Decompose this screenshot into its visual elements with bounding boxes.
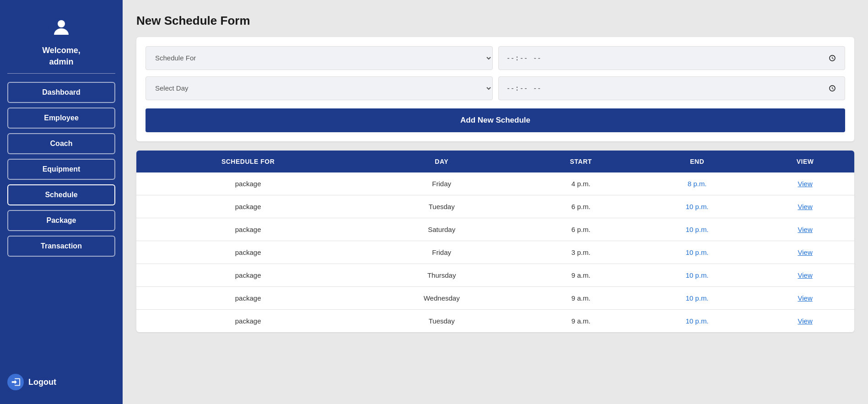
cell-day: Saturday [360,218,523,241]
table-row: packageFriday3 p.m.10 p.m.View [136,241,854,264]
main-content: New Schedule Form Schedule For Select Da… [123,0,868,404]
table-row: packageTuesday9 a.m.10 p.m.View [136,309,854,332]
cell-schedule-for: package [136,286,360,309]
cell-view[interactable]: View [756,309,854,332]
cell-view[interactable]: View [756,172,854,195]
sidebar: Welcome, admin Dashboard Employee Coach … [0,0,123,404]
cell-schedule-for: package [136,218,360,241]
logout-icon [7,374,24,390]
select-day-select[interactable]: Select Day [146,76,493,100]
cell-start: 4 p.m. [523,172,638,195]
sidebar-item-dashboard[interactable]: Dashboard [7,82,115,103]
form-row-1: Schedule For [146,46,845,70]
cell-start: 3 p.m. [523,241,638,264]
page-title: New Schedule Form [136,14,854,28]
cell-schedule-for: package [136,309,360,332]
col-start: START [523,151,638,172]
view-link[interactable]: View [798,248,812,256]
cell-end: 10 p.m. [638,241,756,264]
col-day: DAY [360,151,523,172]
form-row-2: Select Day [146,76,845,100]
cell-day: Tuesday [360,309,523,332]
cell-start: 6 p.m. [523,218,638,241]
cell-end: 10 p.m. [638,195,756,218]
col-end: END [638,151,756,172]
sidebar-item-transaction[interactable]: Transaction [7,236,115,257]
cell-view[interactable]: View [756,241,854,264]
cell-day: Friday [360,172,523,195]
cell-start: 9 a.m. [523,309,638,332]
table-row: packageFriday4 p.m.8 p.m.View [136,172,854,195]
cell-view[interactable]: View [756,286,854,309]
cell-view[interactable]: View [756,195,854,218]
cell-schedule-for: package [136,264,360,286]
schedule-table: SCHEDULE FOR DAY START END VIEW packageF… [136,151,854,332]
cell-start: 6 p.m. [523,195,638,218]
cell-end: 8 p.m. [638,172,756,195]
sidebar-item-employee[interactable]: Employee [7,108,115,129]
cell-end: 10 p.m. [638,264,756,286]
table-row: packageThursday9 a.m.10 p.m.View [136,264,854,286]
view-link[interactable]: View [798,180,812,188]
table-row: packageTuesday6 p.m.10 p.m.View [136,195,854,218]
view-link[interactable]: View [798,203,812,210]
cell-view[interactable]: View [756,218,854,241]
cell-schedule-for: package [136,172,360,195]
cell-start: 9 a.m. [523,264,638,286]
schedule-form-card: Schedule For Select Day Add New Schedule [136,37,854,141]
avatar [48,14,75,41]
add-schedule-button[interactable]: Add New Schedule [146,108,845,132]
sidebar-divider [7,73,115,74]
table-row: packageWednesday9 a.m.10 p.m.View [136,286,854,309]
sidebar-item-package[interactable]: Package [7,210,115,231]
start-time-input-1[interactable] [498,46,846,70]
view-link[interactable]: View [798,294,812,302]
welcome-text: Welcome, admin [42,45,81,68]
svg-point-0 [58,20,65,27]
sidebar-item-coach[interactable]: Coach [7,133,115,154]
cell-end: 10 p.m. [638,218,756,241]
col-schedule-for: SCHEDULE FOR [136,151,360,172]
cell-end: 10 p.m. [638,309,756,332]
cell-schedule-for: package [136,241,360,264]
view-link[interactable]: View [798,271,812,279]
sidebar-item-equipment[interactable]: Equipment [7,159,115,180]
cell-schedule-for: package [136,195,360,218]
table-header: SCHEDULE FOR DAY START END VIEW [136,151,854,172]
table-row: packageSaturday6 p.m.10 p.m.View [136,218,854,241]
cell-day: Wednesday [360,286,523,309]
cell-start: 9 a.m. [523,286,638,309]
cell-end: 10 p.m. [638,286,756,309]
sidebar-item-schedule[interactable]: Schedule [7,184,115,205]
table-body: packageFriday4 p.m.8 p.m.ViewpackageTues… [136,172,854,332]
view-link[interactable]: View [798,317,812,325]
schedule-for-select[interactable]: Schedule For [146,46,493,70]
view-link[interactable]: View [798,226,812,233]
col-view: VIEW [756,151,854,172]
cell-day: Thursday [360,264,523,286]
cell-view[interactable]: View [756,264,854,286]
schedule-table-card: SCHEDULE FOR DAY START END VIEW packageF… [136,151,854,332]
logout-button[interactable]: Logout [7,369,115,395]
cell-day: Tuesday [360,195,523,218]
end-time-input-1[interactable] [498,76,846,100]
logout-label: Logout [28,377,56,387]
cell-day: Friday [360,241,523,264]
